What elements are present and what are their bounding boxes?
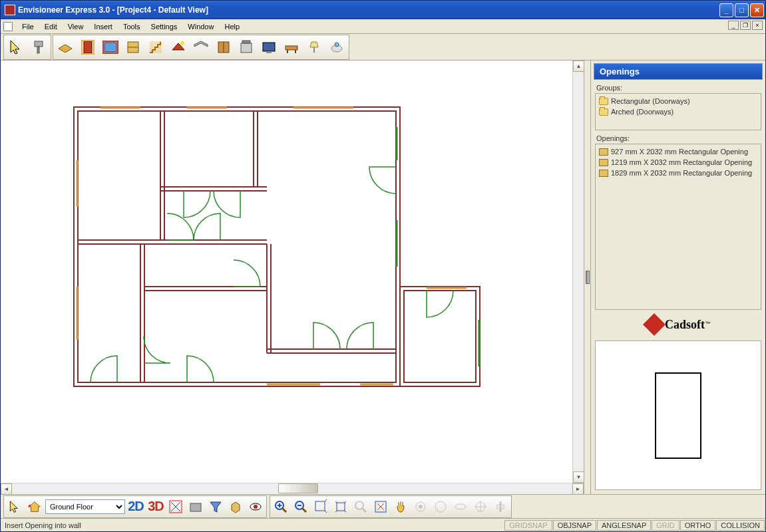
svg-rect-12 (241, 43, 252, 53)
status-collision[interactable]: COLLISION (716, 520, 765, 531)
menu-file[interactable]: File (17, 21, 39, 32)
menu-edit[interactable]: Edit (39, 21, 63, 32)
scroll-down-button[interactable]: ▼ (573, 471, 584, 483)
app-icon (5, 5, 15, 15)
opening-label: 1219 mm X 2032 mm Rectangular Opening (611, 158, 752, 166)
mdi-restore-button[interactable]: ❐ (740, 21, 751, 30)
menu-settings[interactable]: Settings (146, 21, 183, 32)
vertical-scrollbar[interactable]: ▲ ▼ (572, 61, 584, 483)
group-item[interactable]: Rectangular (Doorways) (598, 96, 759, 106)
scroll-right-button[interactable]: ► (572, 483, 584, 495)
cabinet-button[interactable] (213, 37, 234, 58)
stairs-button[interactable] (145, 37, 166, 58)
svg-rect-8 (150, 41, 162, 53)
openings-list: 927 mm X 2032 mm Rectangular Opening1219… (595, 144, 761, 310)
svg-rect-19 (313, 47, 315, 53)
fixture-button[interactable] (326, 37, 347, 58)
menu-tools[interactable]: Tools (118, 21, 146, 32)
opening-item[interactable]: 1829 mm X 2032 mm Rectangular Opening (598, 168, 759, 178)
box-view-button[interactable] (226, 497, 245, 516)
mdi-close-button[interactable]: × (752, 21, 763, 30)
menu-insert[interactable]: Insert (89, 21, 118, 32)
group-item[interactable]: Arched (Doorways) (598, 106, 759, 117)
opening-icon (599, 159, 608, 166)
svg-rect-16 (286, 46, 297, 50)
menu-window[interactable]: Window (182, 21, 219, 32)
status-anglesnap[interactable]: ANGLESNAP (597, 520, 651, 531)
status-gridsnap[interactable]: GRIDSNAP (504, 520, 552, 531)
select-tool-button[interactable] (5, 37, 27, 58)
eye-button[interactable] (246, 497, 265, 516)
view-3d-button[interactable]: 3D (146, 497, 165, 516)
floor-plan-drawing (67, 100, 493, 406)
roof-wizard-button[interactable] (168, 37, 189, 58)
menu-view[interactable]: View (63, 21, 89, 32)
wall-panel-button[interactable] (122, 37, 144, 58)
window-button[interactable] (100, 37, 121, 58)
zoom-previous-button[interactable] (371, 497, 390, 516)
walk-button[interactable] (431, 497, 450, 516)
height-button[interactable] (491, 497, 510, 516)
minimize-button[interactable]: _ (719, 3, 733, 17)
canvas-area: ▲ ▼ ◄ ► (1, 61, 584, 494)
svg-rect-4 (104, 43, 116, 52)
dynamic-view-button[interactable] (166, 497, 185, 516)
titlebar[interactable]: Envisioneer Express 3.0 - [Project4 - De… (1, 1, 765, 19)
menu-help[interactable]: Help (219, 21, 245, 32)
zoom-in-button[interactable] (272, 497, 290, 516)
svg-point-21 (335, 43, 339, 47)
opening-icon (599, 148, 608, 156)
folder-icon (599, 98, 608, 105)
target-button[interactable] (471, 497, 490, 516)
opening-preview-icon (655, 372, 701, 459)
paint-tool-button[interactable] (28, 37, 49, 58)
zoom-extents-button[interactable] (331, 497, 350, 516)
opening-item[interactable]: 927 mm X 2032 mm Rectangular Opening (598, 146, 759, 157)
furniture-button[interactable] (281, 37, 302, 58)
brand-diamond-icon (643, 313, 666, 336)
scroll-up-button[interactable]: ▲ (573, 61, 584, 72)
window-title: Envisioneer Express 3.0 - [Project4 - De… (18, 5, 719, 15)
orbit-button[interactable] (411, 497, 430, 516)
panel-splitter[interactable] (584, 61, 590, 494)
statusbar: Insert Opening into wall GRIDSNAPOBJSNAP… (1, 518, 765, 531)
ceiling-button[interactable] (190, 37, 212, 58)
pan-button[interactable] (391, 497, 410, 516)
close-button[interactable]: ✕ (750, 3, 764, 17)
drawing-canvas[interactable] (1, 61, 572, 483)
svg-rect-24 (400, 287, 480, 386)
scroll-left-button[interactable]: ◄ (1, 483, 12, 495)
zoom-realtime-button[interactable] (351, 497, 370, 516)
svg-point-56 (254, 505, 258, 509)
tv-button[interactable] (258, 37, 280, 58)
group-label: Arched (Doorways) (611, 108, 673, 116)
svg-rect-1 (37, 47, 39, 53)
maximize-button[interactable]: □ (735, 3, 749, 17)
wall-button[interactable] (55, 37, 76, 58)
app-window: Envisioneer Express 3.0 - [Project4 - De… (0, 0, 766, 532)
fly-button[interactable] (451, 497, 470, 516)
lamp-button[interactable] (303, 37, 325, 58)
status-grid[interactable]: GRID (652, 520, 679, 531)
opening-item[interactable]: 1219 mm X 2032 mm Rectangular Opening (598, 157, 759, 168)
floor-select[interactable]: Ground Floor (45, 499, 125, 514)
svg-line-67 (362, 508, 366, 512)
door-button[interactable] (77, 37, 98, 58)
zoom-out-button[interactable] (291, 497, 310, 516)
opening-icon (599, 170, 608, 177)
appliance-button[interactable] (236, 37, 257, 58)
opening-label: 927 mm X 2032 mm Rectangular Opening (611, 148, 748, 156)
select-button[interactable] (5, 497, 24, 516)
status-ortho[interactable]: ORTHO (680, 520, 716, 531)
status-objsnap[interactable]: OBJSNAP (553, 520, 596, 531)
horizontal-scrollbar[interactable]: ◄ ► (1, 483, 584, 494)
scroll-thumb[interactable] (278, 483, 318, 493)
filter-button[interactable] (206, 497, 225, 516)
home-view-button[interactable] (25, 497, 44, 516)
zoom-window-button[interactable] (311, 497, 330, 516)
mdi-minimize-button[interactable]: _ (728, 21, 739, 30)
svg-point-72 (455, 504, 466, 509)
render-button[interactable] (186, 497, 205, 516)
view-2d-button[interactable]: 2D (126, 497, 145, 516)
svg-line-58 (282, 508, 286, 512)
